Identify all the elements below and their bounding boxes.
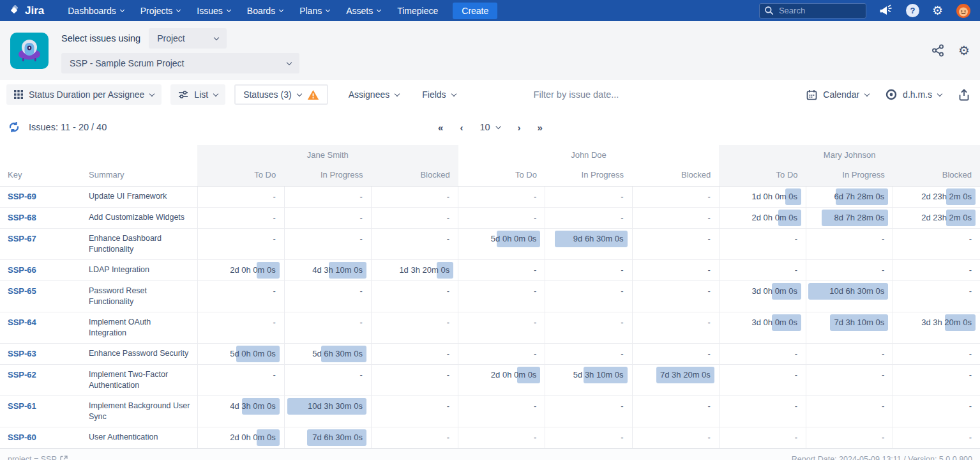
- jira-logo[interactable]: Jira: [9, 4, 44, 17]
- duration-empty: -: [534, 265, 536, 275]
- search-input[interactable]: [759, 3, 866, 19]
- announcements-icon[interactable]: [879, 4, 893, 17]
- time-format-button[interactable]: d.h.m.s: [886, 89, 942, 100]
- duration-cell: -: [719, 228, 806, 259]
- assignees-filter-label: Assignees: [349, 89, 390, 100]
- duration-cell: 6d 7h 28m 0s: [806, 186, 893, 207]
- nav-item-assets[interactable]: Assets: [338, 0, 389, 21]
- duration-cell: -: [893, 280, 980, 312]
- duration-value: 3d 0h 0m 0s: [751, 286, 797, 296]
- table-header-columns: KeySummaryTo DoIn ProgressBlockedTo DoIn…: [0, 164, 980, 186]
- share-icon[interactable]: [931, 44, 944, 57]
- issue-source-mode-select[interactable]: Project: [149, 28, 227, 49]
- issue-key-link[interactable]: SSP-64: [8, 318, 36, 327]
- status-column-header: Blocked: [893, 164, 980, 186]
- duration-cell: -: [545, 280, 632, 312]
- duration-cell: -: [545, 207, 632, 228]
- duration-empty: -: [360, 213, 363, 222]
- duration-cell: 3d 0h 0m 0s: [719, 280, 806, 312]
- duration-cell: 7d 3h 20m 0s: [632, 364, 719, 395]
- issue-summary: Enhance Password Security: [86, 343, 197, 364]
- table-row: SSP-65Password Reset Functionality------…: [0, 280, 980, 312]
- refresh-icon[interactable]: [8, 121, 20, 134]
- help-icon[interactable]: ?: [906, 4, 919, 17]
- issue-key-link[interactable]: SSP-69: [8, 192, 36, 201]
- duration-cell: -: [632, 427, 719, 448]
- duration-empty: -: [534, 401, 536, 411]
- pager-row: Issues: 11 - 20 / 40 « ‹ 10 › »: [0, 109, 980, 145]
- issues-range-label: Issues: 11 - 20 / 40: [29, 122, 107, 132]
- chevron-down-icon: [279, 8, 283, 12]
- issue-date-filter-input[interactable]: [534, 89, 668, 100]
- fields-button[interactable]: Fields: [422, 89, 455, 100]
- nav-item-boards[interactable]: Boards: [239, 0, 291, 21]
- create-button[interactable]: Create: [453, 3, 497, 19]
- page-size-select[interactable]: 10: [479, 122, 500, 132]
- duration-cell: 3d 0h 0m 0s: [719, 312, 806, 343]
- duration-value: 2d 0h 0m 0s: [751, 213, 797, 222]
- issue-key-link[interactable]: SSP-61: [8, 401, 36, 411]
- nav-item-issues[interactable]: Issues: [188, 0, 238, 21]
- prev-page-icon[interactable]: ‹: [460, 122, 462, 133]
- nav-item-projects[interactable]: Projects: [132, 0, 189, 21]
- duration-cell: 10d 6h 30m 0s: [806, 280, 893, 312]
- external-link-icon: [60, 456, 68, 460]
- view-mode-button[interactable]: List: [170, 84, 225, 105]
- issue-key-link[interactable]: SSP-62: [8, 370, 36, 379]
- status-column-header: In Progress: [284, 164, 371, 186]
- nav-item-timepiece[interactable]: Timepiece: [389, 0, 446, 21]
- nav-item-label: Timepiece: [397, 6, 438, 16]
- duration-value: 7d 3h 10m 0s: [834, 318, 884, 327]
- duration-cell: -: [632, 259, 719, 280]
- report-footer: project = SSP Report Date: 2024-05-09 13…: [0, 448, 980, 460]
- first-page-icon[interactable]: «: [438, 122, 442, 133]
- duration-value: 6d 7h 28m 0s: [834, 192, 884, 201]
- issue-key-link[interactable]: SSP-67: [8, 234, 36, 243]
- issue-key-link[interactable]: SSP-68: [8, 213, 36, 222]
- duration-empty: -: [795, 401, 797, 411]
- duration-empty: -: [534, 213, 536, 222]
- avatar[interactable]: [956, 3, 971, 19]
- duration-cell: -: [893, 364, 980, 395]
- table-row: SSP-68Add Customizable Widgets------2d 0…: [0, 207, 980, 228]
- jira-logo-icon: [9, 5, 20, 17]
- report-toolbar: Status Duration per Assignee List Status…: [0, 80, 980, 109]
- gear-icon[interactable]: ⚙: [958, 44, 970, 57]
- duration-value: 3d 3h 20m 0s: [921, 318, 972, 327]
- duration-empty: -: [621, 286, 623, 296]
- duration-value: 5d 0h 0m 0s: [491, 234, 537, 243]
- search-icon: [764, 6, 774, 15]
- report-type-button[interactable]: Status Duration per Assignee: [6, 84, 162, 105]
- duration-cell: -: [893, 427, 980, 448]
- calendar-type-button[interactable]: Calendar: [806, 89, 869, 100]
- issue-summary: Enhance Dashboard Functionality: [86, 228, 197, 259]
- assignees-filter-button[interactable]: Assignees: [349, 89, 400, 100]
- last-page-icon[interactable]: »: [538, 122, 542, 133]
- project-select[interactable]: SSP - Sample Scrum Project: [61, 53, 299, 73]
- duration-empty: -: [447, 213, 449, 222]
- duration-cell: -: [284, 228, 371, 259]
- jql-query-link[interactable]: project = SSP: [8, 455, 68, 460]
- issue-key-link[interactable]: SSP-60: [8, 433, 36, 442]
- nav-item-plans[interactable]: Plans: [291, 0, 338, 21]
- nav-item-dashboards[interactable]: Dashboards: [59, 0, 132, 21]
- duration-cell: -: [806, 364, 893, 395]
- duration-empty: -: [534, 433, 536, 442]
- duration-cell: -: [719, 343, 806, 364]
- chevron-down-icon: [495, 124, 501, 129]
- issue-key-link[interactable]: SSP-65: [8, 286, 36, 296]
- duration-cell: 2d 23h 2m 0s: [893, 186, 980, 207]
- statuses-filter-button[interactable]: Statuses (3): [234, 84, 328, 105]
- export-icon[interactable]: [958, 89, 970, 101]
- gear-icon[interactable]: ⚙: [932, 4, 943, 17]
- duration-cell: 4d 3h 0m 0s: [197, 395, 284, 427]
- issue-key-link[interactable]: SSP-63: [8, 349, 36, 358]
- next-page-icon[interactable]: ›: [518, 122, 520, 133]
- duration-empty: -: [707, 286, 710, 296]
- duration-cell: -: [719, 364, 806, 395]
- duration-empty: -: [882, 265, 884, 275]
- top-nav: Jira DashboardsProjectsIssuesBoardsPlans…: [0, 0, 980, 21]
- issue-key-link[interactable]: SSP-66: [8, 265, 36, 275]
- duration-value: 7d 6h 30m 0s: [312, 433, 363, 442]
- duration-cell: -: [284, 364, 371, 395]
